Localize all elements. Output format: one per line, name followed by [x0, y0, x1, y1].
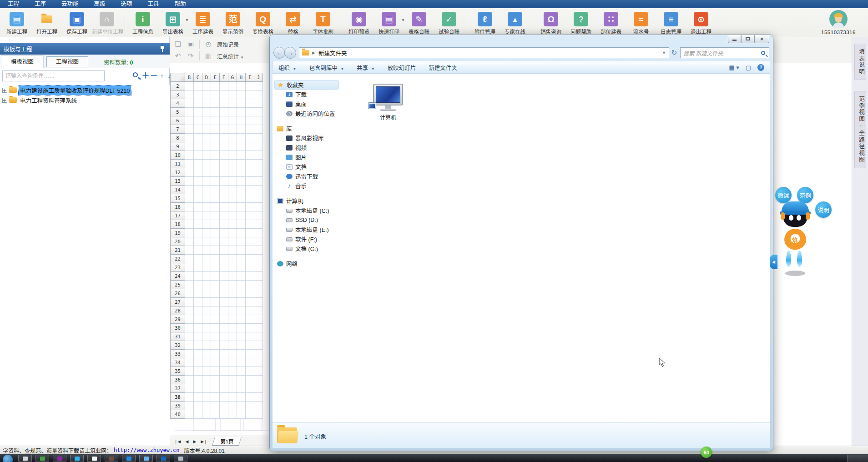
cell[interactable]	[237, 306, 246, 315]
cell[interactable]	[211, 306, 220, 315]
cell[interactable]	[228, 306, 237, 315]
row-header[interactable]: 28	[171, 306, 185, 315]
taskbar-app[interactable]	[105, 455, 118, 462]
cell[interactable]	[211, 402, 220, 410]
cell[interactable]	[246, 203, 254, 211]
cell[interactable]	[254, 255, 263, 263]
last-page-icon[interactable]: ▶❘	[198, 439, 209, 444]
cell[interactable]	[185, 220, 194, 229]
cell[interactable]	[202, 160, 211, 168]
menu-item-工程[interactable]: 工程	[0, 0, 27, 8]
preview-pane-icon[interactable]: ▢	[746, 64, 751, 71]
cell[interactable]	[185, 194, 194, 203]
cell[interactable]	[202, 203, 211, 211]
cell[interactable]	[246, 116, 254, 125]
tree-item[interactable]: 电力工程资料管理系统	[0, 95, 170, 105]
cell[interactable]	[220, 315, 228, 324]
cell[interactable]	[237, 220, 246, 229]
cell[interactable]	[202, 229, 211, 237]
cell[interactable]	[228, 237, 237, 246]
cell[interactable]	[211, 177, 220, 186]
cell[interactable]	[228, 142, 237, 151]
cell[interactable]	[185, 229, 194, 237]
cell[interactable]	[237, 108, 246, 116]
cell[interactable]	[185, 108, 194, 116]
column-header[interactable]: H	[237, 73, 246, 82]
cell[interactable]	[220, 246, 228, 255]
cell[interactable]	[246, 341, 254, 350]
row-header[interactable]: 17	[171, 211, 185, 220]
cell[interactable]	[220, 289, 228, 298]
cell[interactable]	[211, 134, 220, 142]
toolbar-headset[interactable]: Ω销售咨询	[536, 11, 566, 35]
row-header[interactable]: 4	[171, 99, 185, 108]
cell[interactable]	[185, 306, 194, 315]
menu-item-高级[interactable]: 高级	[86, 0, 113, 8]
file-list[interactable]: 计算机	[341, 74, 770, 422]
row-header[interactable]: 5	[171, 108, 185, 116]
cell[interactable]	[228, 332, 237, 341]
cell[interactable]	[194, 203, 202, 211]
cell[interactable]	[228, 358, 237, 367]
cell[interactable]	[202, 151, 211, 160]
cell[interactable]	[194, 384, 202, 393]
cell[interactable]	[237, 151, 246, 160]
cell[interactable]	[237, 125, 246, 134]
cell[interactable]	[211, 99, 220, 108]
cell[interactable]	[246, 237, 254, 246]
cell[interactable]	[194, 108, 202, 116]
taskbar-app[interactable]	[53, 455, 66, 462]
cell[interactable]	[254, 272, 263, 281]
toolbar-log[interactable]: ≡日志管理	[656, 11, 686, 35]
cell[interactable]	[220, 90, 228, 99]
cell[interactable]	[254, 246, 263, 255]
tab-project-view[interactable]: 工程视图	[46, 56, 88, 67]
cell[interactable]	[202, 125, 211, 134]
cell[interactable]	[246, 402, 254, 410]
cell[interactable]	[211, 186, 220, 194]
cell[interactable]	[194, 289, 202, 298]
cell[interactable]	[254, 82, 263, 90]
cell[interactable]	[254, 341, 263, 350]
cell[interactable]	[246, 298, 254, 306]
cell[interactable]	[194, 332, 202, 341]
cell[interactable]	[228, 99, 237, 108]
cell[interactable]	[246, 194, 254, 203]
cell[interactable]	[237, 281, 246, 289]
cell[interactable]	[237, 237, 246, 246]
pin-icon[interactable]	[160, 45, 165, 52]
sidebar-item[interactable]: ◷最近访问的位置	[273, 109, 341, 118]
cell[interactable]	[246, 177, 254, 186]
cell[interactable]	[254, 237, 263, 246]
cell[interactable]	[211, 194, 220, 203]
cell[interactable]	[202, 367, 211, 376]
command-包含到库中[interactable]: 包含到库中 ▼	[309, 63, 344, 72]
cell[interactable]	[254, 281, 263, 289]
cell[interactable]	[194, 220, 202, 229]
taskbar-app[interactable]	[174, 455, 187, 462]
row-header[interactable]: 10	[171, 151, 185, 160]
copy-icon[interactable]: ❏	[174, 40, 182, 48]
cell[interactable]	[202, 410, 211, 419]
back-icon[interactable]: ←	[273, 47, 285, 59]
original-record-label[interactable]: 原始记录	[217, 40, 239, 48]
cell[interactable]	[185, 203, 194, 211]
cell[interactable]	[237, 332, 246, 341]
address-field[interactable]: ▶ 新建文件夹 ▼	[299, 47, 669, 58]
cell[interactable]	[185, 358, 194, 367]
column-header[interactable]: C	[194, 73, 202, 82]
cell[interactable]	[220, 160, 228, 168]
cell[interactable]	[185, 272, 194, 281]
cell[interactable]	[194, 229, 202, 237]
cell[interactable]	[246, 220, 254, 229]
cell[interactable]	[246, 151, 254, 160]
row-header[interactable]: 6	[171, 116, 185, 125]
cell[interactable]	[185, 116, 194, 125]
cell[interactable]	[211, 350, 220, 358]
cell[interactable]	[185, 324, 194, 332]
row-header[interactable]: 13	[171, 177, 185, 186]
cell[interactable]	[220, 108, 228, 116]
cell[interactable]	[194, 177, 202, 186]
column-header[interactable]: G	[228, 73, 237, 82]
cell[interactable]	[237, 194, 246, 203]
